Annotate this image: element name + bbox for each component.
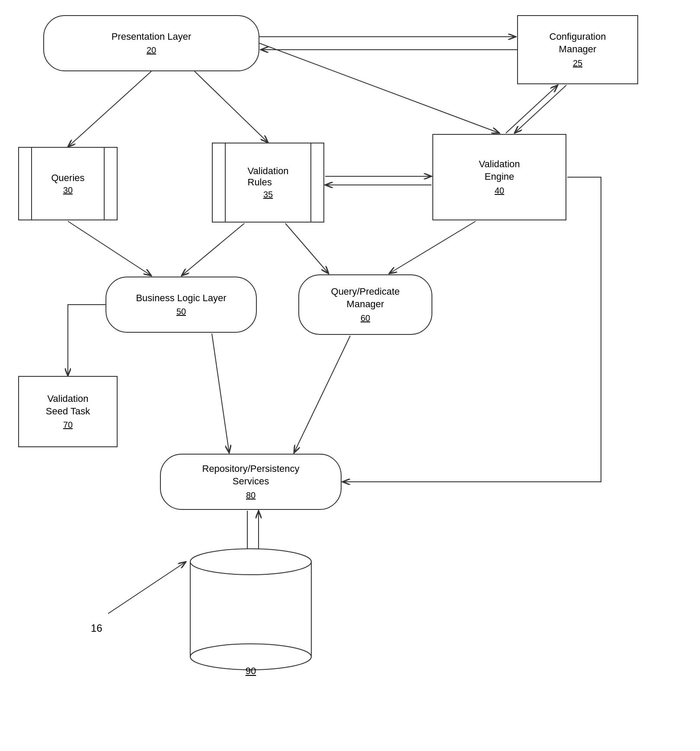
validation-rules-id: 35 (263, 190, 273, 200)
svg-line-5 (515, 85, 566, 133)
svg-line-12 (389, 221, 476, 274)
presentation-layer-node: Presentation Layer 20 (43, 15, 259, 71)
validation-engine-id: 40 (495, 185, 504, 196)
svg-line-9 (68, 221, 151, 276)
queries-id: 30 (63, 185, 73, 195)
configuration-manager-id: 25 (573, 57, 582, 69)
svg-text:90: 90 (246, 665, 256, 676)
svg-line-13 (212, 334, 229, 453)
queries-inner: Queries 30 (19, 148, 117, 220)
svg-line-11 (285, 223, 329, 274)
validation-rules-inner: ValidationRules 35 (213, 143, 323, 222)
validation-seed-label: ValidationSeed Task (46, 393, 90, 417)
svg-line-14 (294, 336, 350, 453)
repository-id: 80 (246, 490, 256, 501)
diagram: Presentation Layer 20 ConfigurationManag… (0, 0, 700, 751)
svg-rect-18 (190, 562, 311, 657)
configuration-manager-node: ConfigurationManager 25 (517, 15, 638, 84)
query-predicate-label: Query/PredicateManager (331, 286, 400, 310)
business-logic-node: Business Logic Layer 50 (105, 277, 257, 333)
label-16: 16 (91, 622, 102, 634)
svg-line-10 (182, 223, 244, 276)
validation-engine-node: ValidationEngine 40 (432, 134, 566, 220)
database-svg: 90 (186, 544, 320, 678)
arrows-svg (0, 0, 700, 751)
presentation-layer-id: 20 (147, 45, 156, 56)
repository-node: Repository/PersistencyServices 80 (160, 454, 342, 510)
presentation-layer-label: Presentation Layer (112, 31, 192, 43)
svg-line-17 (108, 562, 186, 614)
configuration-manager-label: ConfigurationManager (550, 31, 606, 55)
svg-line-3 (195, 71, 268, 143)
business-logic-id: 50 (176, 306, 186, 317)
queries-node: Queries 30 (18, 147, 118, 220)
business-logic-label: Business Logic Layer (136, 292, 226, 305)
svg-line-2 (68, 71, 151, 147)
validation-engine-label: ValidationEngine (479, 158, 520, 183)
svg-line-6 (506, 85, 558, 133)
validation-rules-label: ValidationRules (248, 165, 289, 188)
query-predicate-id: 60 (361, 312, 370, 324)
queries-label: Queries (51, 172, 84, 184)
validation-seed-node: ValidationSeed Task 70 (18, 376, 118, 447)
svg-line-4 (259, 43, 499, 133)
query-predicate-node: Query/PredicateManager 60 (298, 274, 432, 335)
svg-point-19 (190, 549, 311, 575)
validation-seed-id: 70 (63, 419, 73, 430)
repository-label: Repository/PersistencyServices (202, 463, 300, 487)
validation-rules-node: ValidationRules 35 (212, 143, 324, 223)
